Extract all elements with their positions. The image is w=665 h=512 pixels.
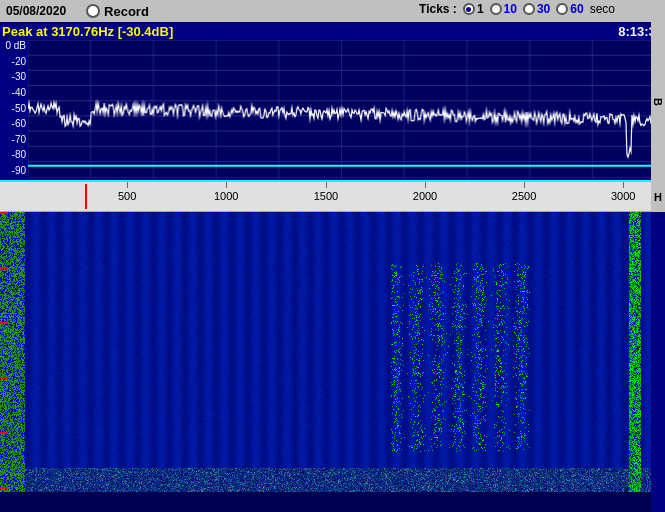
spectrum-canvas[interactable] <box>28 40 655 178</box>
tick-option-10[interactable]: 10 <box>490 2 517 16</box>
side-h-button[interactable]: H <box>651 182 665 212</box>
wf-db-tick-1 <box>0 267 8 269</box>
record-radio-inner <box>90 8 96 14</box>
date-display: 05/08/2020 <box>6 4 66 18</box>
spectrum-header: Peak at 3170.76Hz [-30.4dB] 8:13:34 <box>2 24 663 39</box>
db-label-1: -20 <box>0 56 28 67</box>
db-label-5: -60 <box>0 118 28 129</box>
tick-label-1: 1 <box>477 2 484 16</box>
ticks-label: Ticks : <box>419 2 457 16</box>
spectrum-panel: Peak at 3170.76Hz [-30.4dB] 8:13:34 0 dB… <box>0 22 665 182</box>
tick-label-10: 10 <box>504 2 517 16</box>
freq-tick-1000: 1000 <box>214 190 238 202</box>
tick-option-1[interactable]: 1 <box>463 2 484 16</box>
h-label: H <box>654 191 662 203</box>
peak-info: Peak at 3170.76Hz [-30.4dB] <box>2 24 173 39</box>
freq-tick-1500: 1500 <box>314 190 338 202</box>
freq-tick-2500: 2500 <box>512 190 536 202</box>
wf-db-tick-0 <box>0 212 8 214</box>
wf-db-tick-2 <box>0 322 8 324</box>
db-label-6: -70 <box>0 134 28 145</box>
frequency-marker <box>85 184 87 209</box>
tick-label-30: 30 <box>537 2 550 16</box>
freq-axis-inner: 50010001500200025003000 <box>28 182 665 211</box>
db-label-0: 0 dB <box>0 40 28 51</box>
record-radio[interactable] <box>86 4 100 18</box>
db-labels: 0 dB-20-30-40-50-60-70-80-90 <box>0 40 28 180</box>
tick-radio-60[interactable] <box>556 3 568 15</box>
db-label-2: -30 <box>0 71 28 82</box>
ticks-area: Ticks : 1 10 30 60 seco <box>419 2 615 16</box>
db-label-4: -50 <box>0 103 28 114</box>
frequency-axis: 50010001500200025003000 <box>0 182 665 212</box>
seco-label: seco <box>590 2 615 16</box>
freq-tick-3000: 3000 <box>611 190 635 202</box>
wf-db-tick-5 <box>0 487 8 489</box>
tick-option-60[interactable]: 60 <box>556 2 583 16</box>
record-label: Record <box>104 4 149 19</box>
db-label-8: -90 <box>0 165 28 176</box>
db-label-7: -80 <box>0 149 28 160</box>
waterfall-canvas <box>0 212 651 512</box>
freq-tick-2000: 2000 <box>413 190 437 202</box>
wf-db-tick-3 <box>0 377 8 379</box>
tick-label-60: 60 <box>570 2 583 16</box>
tick-radio-10[interactable] <box>490 3 502 15</box>
freq-tick-500: 500 <box>118 190 136 202</box>
tick-radio-1[interactable] <box>463 3 475 15</box>
record-button-area[interactable]: Record <box>86 4 149 19</box>
wf-db-tick-4 <box>0 432 8 434</box>
tick-radio-30[interactable] <box>523 3 535 15</box>
db-label-3: -40 <box>0 87 28 98</box>
tick-option-30[interactable]: 30 <box>523 2 550 16</box>
side-b-button[interactable]: B <box>651 22 665 182</box>
toolbar: 05/08/2020 Record Ticks : 1 10 30 60 sec… <box>0 0 665 22</box>
waterfall-db-markers <box>0 212 14 512</box>
b-label: B <box>652 98 664 106</box>
